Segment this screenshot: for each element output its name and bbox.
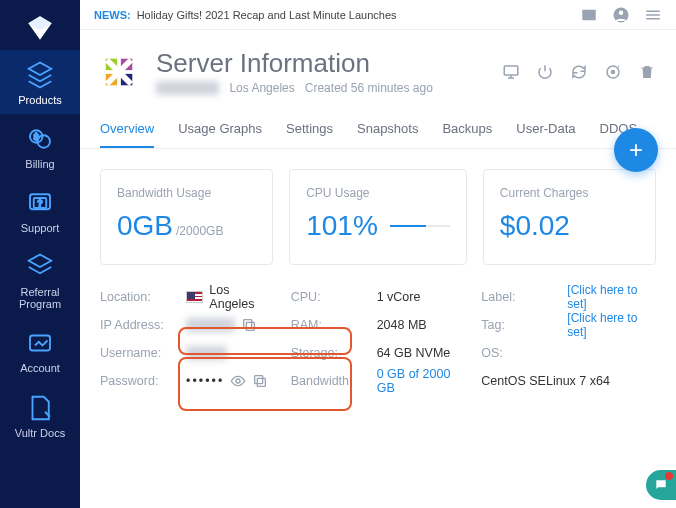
nav-label: Products [18, 94, 61, 106]
tab-usage-graphs[interactable]: Usage Graphs [178, 113, 262, 148]
set-tag-link[interactable]: [Click here to set] [567, 311, 656, 339]
ip-label: IP Address: [100, 318, 186, 332]
svg-rect-11 [646, 18, 660, 20]
add-button[interactable]: + [614, 128, 658, 172]
us-flag-icon [186, 291, 203, 303]
svg-rect-10 [646, 14, 660, 16]
password-label: Password: [100, 374, 186, 388]
svg-rect-22 [244, 320, 252, 328]
nav-referral[interactable]: Referral Program [0, 242, 80, 318]
label-label: Label: [481, 290, 567, 304]
bandwidth-label: Bandwidth: [291, 374, 377, 388]
nav-label: Referral Program [0, 286, 80, 310]
server-details: Location:Los Angeles IP Address:000 User… [80, 277, 676, 415]
username-label: Username: [100, 346, 186, 360]
nav-label: Support [21, 222, 60, 234]
nav-label: Account [20, 362, 60, 374]
chat-button[interactable] [646, 470, 676, 500]
nav-docs[interactable]: Vultr Docs [0, 383, 80, 447]
ram-value: 2048 MB [377, 318, 466, 332]
set-label-link[interactable]: [Click here to set] [567, 283, 656, 311]
bandwidth-link[interactable]: 0 GB of 2000 GB [377, 367, 466, 395]
charges-value: $0.02 [500, 210, 570, 242]
centos-icon [100, 53, 138, 91]
header: Server Information 000.000 Los Angeles C… [80, 30, 676, 105]
ip-value-blurred: 000 [186, 318, 235, 332]
nav-billing[interactable]: $ Billing [0, 114, 80, 178]
nav-account[interactable]: Account [0, 318, 80, 382]
nav-label: Vultr Docs [15, 427, 65, 439]
stat-cards: Bandwidth Usage 0GB/2000GB CPU Usage 101… [80, 149, 676, 277]
card-title: Current Charges [500, 186, 639, 200]
nav-support[interactable]: ? Support [0, 178, 80, 242]
account-icon[interactable] [612, 6, 630, 24]
console-icon[interactable] [502, 63, 520, 81]
mail-icon[interactable] [580, 6, 598, 24]
details-col1: Location:Los Angeles IP Address:000 User… [100, 283, 275, 395]
power-icon[interactable] [536, 63, 554, 81]
cpu-value: 101% [306, 210, 378, 242]
bandwidth-suffix: /2000GB [176, 224, 223, 238]
charges-card: Current Charges $0.02 [483, 169, 656, 265]
cpu-card: CPU Usage 101% [289, 169, 467, 265]
main: NEWS: Holiday Gifts! 2021 Recap and Last… [80, 0, 676, 508]
password-value: •••••• [186, 374, 224, 388]
news-label: NEWS: [94, 9, 131, 21]
tab-user-data[interactable]: User-Data [516, 113, 575, 148]
svg-rect-9 [646, 10, 660, 12]
tab-backups[interactable]: Backups [442, 113, 492, 148]
header-created: Created 56 minutes ago [305, 81, 433, 95]
bandwidth-card: Bandwidth Usage 0GB/2000GB [100, 169, 273, 265]
svg-rect-18 [504, 66, 518, 75]
svg-text:?: ? [38, 198, 43, 208]
nav-products[interactable]: Products [0, 50, 80, 114]
svg-rect-21 [246, 322, 254, 330]
os-label: OS: [481, 346, 567, 360]
tabs: Overview Usage Graphs Settings Snapshots… [80, 105, 676, 149]
svg-rect-24 [258, 378, 266, 386]
tab-snapshots[interactable]: Snapshots [357, 113, 418, 148]
header-ip-blurred: 000.000 [156, 81, 219, 95]
news-text[interactable]: Holiday Gifts! 2021 Recap and Last Minut… [137, 9, 397, 21]
eye-icon[interactable] [230, 373, 246, 389]
cpu-label: CPU: [291, 290, 377, 304]
storage-value: 64 GB NVMe [377, 346, 466, 360]
svg-rect-25 [255, 376, 263, 384]
svg-point-8 [619, 10, 624, 15]
sidebar: Products $ Billing ? Support Referral Pr… [0, 0, 80, 508]
svg-point-20 [612, 70, 615, 73]
storage-label: Storage: [291, 346, 377, 360]
svg-point-23 [236, 379, 240, 383]
topbar: NEWS: Holiday Gifts! 2021 Recap and Last… [80, 0, 676, 30]
details-col3: Label:[Click here to set] Tag:[Click her… [481, 283, 656, 395]
nav-label: Billing [25, 158, 54, 170]
username-value-blurred: xx [186, 346, 227, 360]
os-value: CentOS SELinux 7 x64 [481, 374, 656, 388]
trash-icon[interactable] [638, 63, 656, 81]
vultr-logo [26, 14, 54, 42]
copy-icon[interactable] [252, 373, 268, 389]
header-location: Los Angeles [229, 81, 294, 95]
refresh-icon[interactable] [570, 63, 588, 81]
tab-settings[interactable]: Settings [286, 113, 333, 148]
cpu-sparkline [390, 225, 450, 227]
tab-overview[interactable]: Overview [100, 113, 154, 148]
tag-label: Tag: [481, 318, 567, 332]
location-label: Location: [100, 290, 186, 304]
card-title: CPU Usage [306, 186, 450, 200]
menu-icon[interactable] [644, 6, 662, 24]
reinstall-icon[interactable] [604, 63, 622, 81]
copy-icon[interactable] [241, 317, 257, 333]
card-title: Bandwidth Usage [117, 186, 256, 200]
details-col2: CPU:1 vCore RAM:2048 MB Storage:64 GB NV… [291, 283, 466, 395]
bandwidth-value: 0GB [117, 210, 173, 242]
ram-label: RAM: [291, 318, 377, 332]
cpu-detail-value: 1 vCore [377, 290, 466, 304]
page-title: Server Information [156, 48, 502, 79]
location-value: Los Angeles [209, 283, 274, 311]
svg-text:$: $ [34, 132, 39, 142]
